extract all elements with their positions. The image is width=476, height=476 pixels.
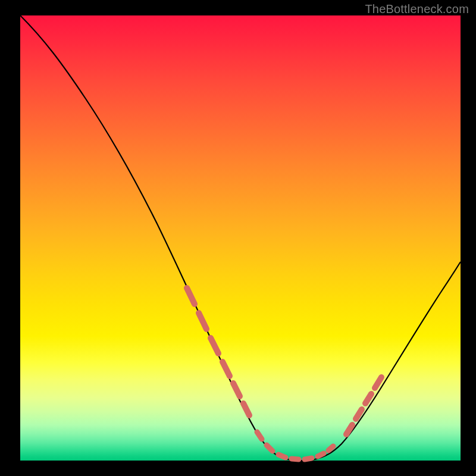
svg-line-2 [211, 338, 218, 353]
svg-line-10 [305, 458, 312, 459]
svg-line-12 [328, 446, 333, 450]
highlight-dashes-right [346, 377, 381, 434]
svg-line-11 [318, 453, 324, 456]
watermark-text: TheBottleneck.com [365, 2, 469, 16]
svg-line-5 [243, 403, 249, 415]
svg-line-7 [267, 445, 273, 451]
svg-line-14 [356, 409, 362, 419]
svg-line-3 [223, 362, 230, 376]
svg-line-6 [257, 432, 262, 439]
svg-line-4 [233, 383, 240, 396]
svg-line-1 [199, 313, 206, 329]
plot-area [20, 15, 461, 461]
highlight-dashes-bottom [257, 432, 333, 459]
chart-frame: TheBottleneck.com [0, 0, 476, 476]
svg-line-9 [292, 459, 299, 459]
svg-line-16 [375, 377, 381, 388]
svg-line-15 [365, 394, 371, 403]
chart-svg [20, 15, 461, 461]
svg-line-8 [278, 455, 286, 458]
svg-line-0 [187, 288, 195, 304]
